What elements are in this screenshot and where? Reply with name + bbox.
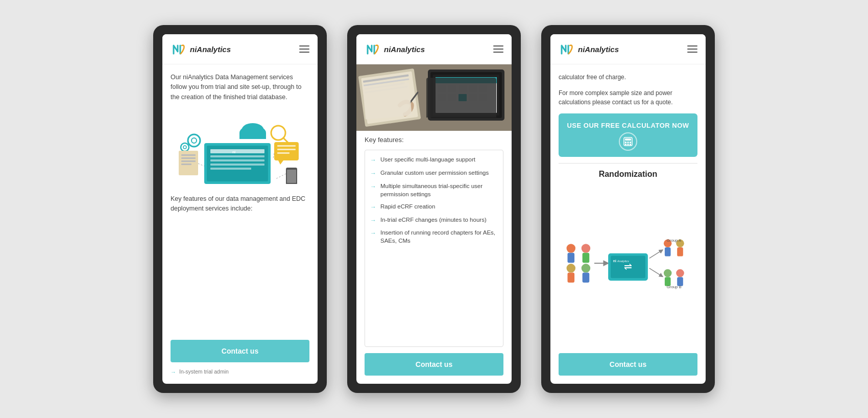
svg-point-65 — [567, 244, 575, 253]
svg-rect-27 — [277, 149, 296, 150]
svg-rect-22 — [181, 160, 196, 162]
svg-rect-47 — [448, 85, 456, 92]
svg-text:Group A: Group A — [667, 239, 682, 243]
logo-text-2: niAnalytics — [384, 45, 425, 54]
screen-content-1: Our niAnalytics Data Management services… — [162, 64, 318, 384]
phone2-contact-btn[interactable]: Contact us — [365, 353, 503, 376]
features-box: →User specific multi-language support→Gr… — [365, 150, 503, 347]
svg-rect-44 — [436, 77, 497, 113]
phone3-text1: calculator free of charge. — [559, 73, 697, 82]
desk-svg — [356, 64, 512, 131]
svg-rect-45 — [436, 77, 497, 83]
feature-text: Rapid eCRF creation — [380, 202, 435, 212]
arrow-icon: → — [370, 169, 376, 178]
svg-rect-53 — [459, 94, 467, 101]
svg-text:Group B: Group B — [667, 285, 682, 289]
phone1-body-text: Our niAnalytics Data Management services… — [171, 73, 309, 102]
svg-rect-81 — [677, 247, 683, 256]
logo-area-1: niAnalytics — [171, 40, 231, 58]
hamburger-menu-2[interactable] — [493, 45, 503, 53]
svg-text:ni: ni — [613, 260, 616, 263]
calculator-cta-btn[interactable]: USE OUR FREE CALCULATOR NOW — [559, 113, 697, 157]
svg-rect-68 — [567, 273, 574, 283]
phone-screen-3: niAnalytics calculator free of charge. F… — [550, 34, 706, 384]
svg-point-69 — [582, 244, 590, 253]
feature-text: User specific multi-language support — [380, 155, 475, 165]
svg-marker-25 — [278, 160, 283, 165]
randomization-heading: Randomization — [559, 170, 697, 179]
feature-text: In-trial eCRF changes (minutes to hours) — [380, 216, 487, 225]
svg-point-71 — [582, 264, 590, 273]
phone2-hero-image — [356, 64, 512, 131]
ni-logo-2 — [365, 40, 382, 58]
svg-point-67 — [567, 264, 575, 273]
phone3-text2: For more complex sample size and power c… — [559, 88, 697, 107]
svg-line-33 — [276, 174, 286, 179]
svg-text:Analytics: Analytics — [617, 260, 629, 263]
svg-rect-21 — [181, 157, 196, 159]
svg-rect-36 — [361, 71, 418, 124]
svg-rect-70 — [583, 253, 590, 263]
calculator-btn-label: USE OUR FREE CALCULATOR NOW — [565, 122, 691, 129]
svg-rect-62 — [625, 144, 626, 145]
svg-point-10 — [191, 138, 197, 143]
logo-area-3: niAnalytics — [559, 40, 619, 58]
feature-text: Insertion of running record chapters for… — [380, 228, 498, 245]
list-item: →Multiple simultaneous trial-specific us… — [370, 182, 498, 198]
hamburger-menu-1[interactable] — [299, 45, 309, 53]
phone3-contact-btn[interactable]: Contact us — [559, 353, 697, 376]
arrow-icon: → — [370, 156, 376, 165]
svg-rect-42 — [430, 72, 502, 118]
ni-logo-1 — [171, 40, 188, 58]
svg-rect-43 — [433, 75, 499, 115]
arrow-icon: → — [370, 229, 376, 245]
svg-rect-26 — [277, 145, 296, 147]
svg-rect-52 — [448, 94, 456, 101]
phone1-arrow-icon: → — [171, 369, 176, 375]
phone-device-2: niAnalytics — [347, 25, 521, 393]
svg-rect-50 — [479, 85, 487, 92]
feature-list: →User specific multi-language support→Gr… — [370, 155, 498, 245]
feature-text: Granular custom user permission settings — [380, 169, 489, 178]
svg-point-12 — [183, 146, 186, 149]
hamburger-menu-3[interactable] — [687, 45, 697, 53]
phone-screen-1: niAnalytics Our niAnalytics Data Managem… — [162, 34, 318, 384]
svg-rect-28 — [277, 152, 290, 154]
app-header-1: niAnalytics — [162, 34, 318, 64]
writing-desk-illustration — [356, 64, 512, 131]
arrow-icon: → — [370, 182, 376, 198]
arrow-icon: → — [370, 216, 376, 225]
svg-rect-49 — [469, 85, 477, 92]
svg-point-11 — [181, 143, 189, 151]
svg-rect-55 — [479, 94, 487, 101]
svg-rect-3 — [210, 155, 264, 157]
svg-rect-24 — [274, 142, 299, 160]
phone-screen-2: niAnalytics — [356, 34, 512, 384]
svg-rect-61 — [630, 142, 631, 143]
svg-rect-48 — [459, 85, 467, 92]
app-header-2: niAnalytics — [356, 34, 512, 64]
svg-rect-60 — [628, 142, 629, 143]
randomization-illustration: ⇌ ni Analytics — [559, 185, 697, 347]
svg-rect-46 — [438, 85, 446, 92]
svg-rect-58 — [625, 138, 631, 141]
phone1-contact-btn[interactable]: Contact us — [171, 340, 309, 362]
svg-rect-4 — [210, 159, 264, 161]
phone1-bottom-partial: → In-system trial admin — [171, 368, 309, 376]
phone1-illustration: ni — [171, 108, 309, 188]
logo-text-1: niAnalytics — [190, 45, 231, 54]
arrow-icon: → — [370, 203, 376, 212]
svg-rect-72 — [583, 273, 590, 283]
svg-rect-59 — [625, 142, 626, 143]
svg-rect-20 — [181, 154, 196, 156]
svg-point-9 — [188, 134, 200, 147]
svg-rect-51 — [438, 94, 446, 101]
screen-content-3: calculator free of charge. For more comp… — [550, 64, 706, 384]
svg-rect-23 — [181, 164, 191, 165]
randomization-svg: ⇌ ni Analytics — [559, 235, 697, 296]
svg-rect-54 — [469, 94, 477, 101]
svg-line-31 — [198, 164, 204, 166]
svg-rect-16 — [239, 133, 266, 139]
svg-rect-79 — [665, 247, 671, 256]
list-item: →User specific multi-language support — [370, 155, 498, 165]
